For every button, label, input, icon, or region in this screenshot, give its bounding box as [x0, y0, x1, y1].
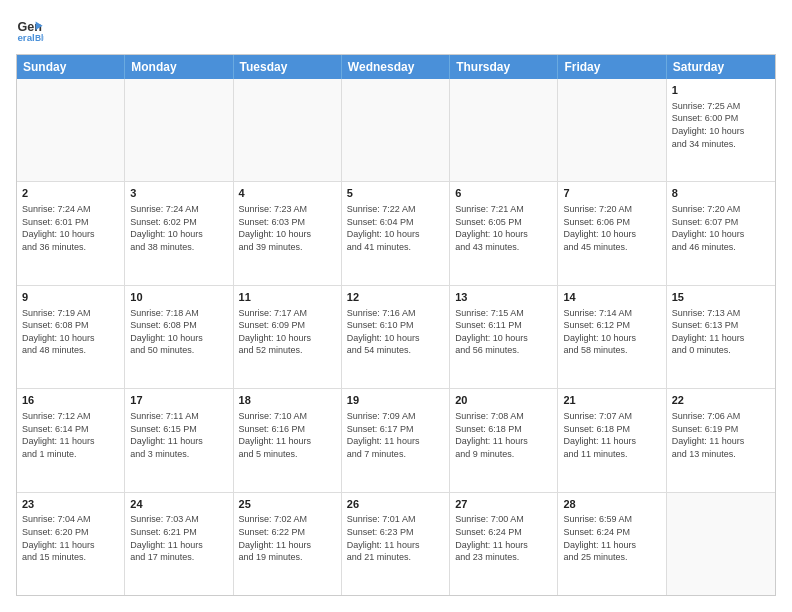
weekday-header: Saturday	[667, 55, 775, 79]
day-number: 21	[563, 393, 660, 408]
day-number: 11	[239, 290, 336, 305]
day-info: Sunrise: 7:19 AM Sunset: 6:08 PM Dayligh…	[22, 307, 119, 357]
calendar-cell: 12Sunrise: 7:16 AM Sunset: 6:10 PM Dayli…	[342, 286, 450, 388]
weekday-header: Monday	[125, 55, 233, 79]
day-info: Sunrise: 7:22 AM Sunset: 6:04 PM Dayligh…	[347, 203, 444, 253]
day-info: Sunrise: 7:02 AM Sunset: 6:22 PM Dayligh…	[239, 513, 336, 563]
day-number: 20	[455, 393, 552, 408]
day-number: 3	[130, 186, 227, 201]
calendar-cell: 8Sunrise: 7:20 AM Sunset: 6:07 PM Daylig…	[667, 182, 775, 284]
calendar-cell: 27Sunrise: 7:00 AM Sunset: 6:24 PM Dayli…	[450, 493, 558, 595]
calendar-cell: 6Sunrise: 7:21 AM Sunset: 6:05 PM Daylig…	[450, 182, 558, 284]
calendar-cell: 24Sunrise: 7:03 AM Sunset: 6:21 PM Dayli…	[125, 493, 233, 595]
weekday-header: Tuesday	[234, 55, 342, 79]
calendar-row: 1Sunrise: 7:25 AM Sunset: 6:00 PM Daylig…	[17, 79, 775, 182]
day-number: 25	[239, 497, 336, 512]
day-number: 6	[455, 186, 552, 201]
day-number: 8	[672, 186, 770, 201]
logo-icon: Gen eral Blue	[16, 16, 44, 44]
svg-text:eral: eral	[17, 32, 35, 43]
calendar-cell: 7Sunrise: 7:20 AM Sunset: 6:06 PM Daylig…	[558, 182, 666, 284]
calendar-cell: 9Sunrise: 7:19 AM Sunset: 6:08 PM Daylig…	[17, 286, 125, 388]
day-info: Sunrise: 7:14 AM Sunset: 6:12 PM Dayligh…	[563, 307, 660, 357]
day-info: Sunrise: 7:07 AM Sunset: 6:18 PM Dayligh…	[563, 410, 660, 460]
day-number: 27	[455, 497, 552, 512]
day-info: Sunrise: 6:59 AM Sunset: 6:24 PM Dayligh…	[563, 513, 660, 563]
weekday-header: Thursday	[450, 55, 558, 79]
logo: Gen eral Blue	[16, 16, 48, 44]
calendar-cell: 19Sunrise: 7:09 AM Sunset: 6:17 PM Dayli…	[342, 389, 450, 491]
day-info: Sunrise: 7:00 AM Sunset: 6:24 PM Dayligh…	[455, 513, 552, 563]
day-number: 7	[563, 186, 660, 201]
day-info: Sunrise: 7:06 AM Sunset: 6:19 PM Dayligh…	[672, 410, 770, 460]
calendar-header: SundayMondayTuesdayWednesdayThursdayFrid…	[17, 55, 775, 79]
calendar-cell: 17Sunrise: 7:11 AM Sunset: 6:15 PM Dayli…	[125, 389, 233, 491]
calendar-row: 2Sunrise: 7:24 AM Sunset: 6:01 PM Daylig…	[17, 182, 775, 285]
calendar-cell: 20Sunrise: 7:08 AM Sunset: 6:18 PM Dayli…	[450, 389, 558, 491]
calendar: SundayMondayTuesdayWednesdayThursdayFrid…	[16, 54, 776, 596]
calendar-cell: 25Sunrise: 7:02 AM Sunset: 6:22 PM Dayli…	[234, 493, 342, 595]
calendar-cell	[17, 79, 125, 181]
day-info: Sunrise: 7:04 AM Sunset: 6:20 PM Dayligh…	[22, 513, 119, 563]
day-info: Sunrise: 7:20 AM Sunset: 6:07 PM Dayligh…	[672, 203, 770, 253]
calendar-body: 1Sunrise: 7:25 AM Sunset: 6:00 PM Daylig…	[17, 79, 775, 595]
day-number: 1	[672, 83, 770, 98]
calendar-cell	[558, 79, 666, 181]
day-info: Sunrise: 7:13 AM Sunset: 6:13 PM Dayligh…	[672, 307, 770, 357]
calendar-cell	[342, 79, 450, 181]
calendar-cell: 4Sunrise: 7:23 AM Sunset: 6:03 PM Daylig…	[234, 182, 342, 284]
calendar-cell	[667, 493, 775, 595]
calendar-cell: 2Sunrise: 7:24 AM Sunset: 6:01 PM Daylig…	[17, 182, 125, 284]
day-number: 12	[347, 290, 444, 305]
day-number: 19	[347, 393, 444, 408]
calendar-cell: 5Sunrise: 7:22 AM Sunset: 6:04 PM Daylig…	[342, 182, 450, 284]
calendar-row: 23Sunrise: 7:04 AM Sunset: 6:20 PM Dayli…	[17, 493, 775, 595]
calendar-cell	[450, 79, 558, 181]
weekday-header: Wednesday	[342, 55, 450, 79]
calendar-row: 9Sunrise: 7:19 AM Sunset: 6:08 PM Daylig…	[17, 286, 775, 389]
day-number: 9	[22, 290, 119, 305]
calendar-cell: 16Sunrise: 7:12 AM Sunset: 6:14 PM Dayli…	[17, 389, 125, 491]
day-number: 13	[455, 290, 552, 305]
day-number: 22	[672, 393, 770, 408]
day-info: Sunrise: 7:16 AM Sunset: 6:10 PM Dayligh…	[347, 307, 444, 357]
day-info: Sunrise: 7:18 AM Sunset: 6:08 PM Dayligh…	[130, 307, 227, 357]
day-info: Sunrise: 7:17 AM Sunset: 6:09 PM Dayligh…	[239, 307, 336, 357]
calendar-page: Gen eral Blue SundayMondayTuesdayWednesd…	[0, 0, 792, 612]
day-number: 4	[239, 186, 336, 201]
day-info: Sunrise: 7:08 AM Sunset: 6:18 PM Dayligh…	[455, 410, 552, 460]
day-info: Sunrise: 7:24 AM Sunset: 6:01 PM Dayligh…	[22, 203, 119, 253]
calendar-cell	[234, 79, 342, 181]
calendar-cell: 18Sunrise: 7:10 AM Sunset: 6:16 PM Dayli…	[234, 389, 342, 491]
calendar-cell: 3Sunrise: 7:24 AM Sunset: 6:02 PM Daylig…	[125, 182, 233, 284]
calendar-cell: 1Sunrise: 7:25 AM Sunset: 6:00 PM Daylig…	[667, 79, 775, 181]
day-number: 17	[130, 393, 227, 408]
day-number: 16	[22, 393, 119, 408]
calendar-cell: 21Sunrise: 7:07 AM Sunset: 6:18 PM Dayli…	[558, 389, 666, 491]
day-number: 18	[239, 393, 336, 408]
calendar-cell: 13Sunrise: 7:15 AM Sunset: 6:11 PM Dayli…	[450, 286, 558, 388]
calendar-cell: 10Sunrise: 7:18 AM Sunset: 6:08 PM Dayli…	[125, 286, 233, 388]
calendar-cell: 15Sunrise: 7:13 AM Sunset: 6:13 PM Dayli…	[667, 286, 775, 388]
day-number: 10	[130, 290, 227, 305]
day-number: 24	[130, 497, 227, 512]
calendar-cell: 23Sunrise: 7:04 AM Sunset: 6:20 PM Dayli…	[17, 493, 125, 595]
day-number: 5	[347, 186, 444, 201]
day-info: Sunrise: 7:24 AM Sunset: 6:02 PM Dayligh…	[130, 203, 227, 253]
day-info: Sunrise: 7:12 AM Sunset: 6:14 PM Dayligh…	[22, 410, 119, 460]
day-number: 26	[347, 497, 444, 512]
day-number: 2	[22, 186, 119, 201]
calendar-row: 16Sunrise: 7:12 AM Sunset: 6:14 PM Dayli…	[17, 389, 775, 492]
calendar-cell: 28Sunrise: 6:59 AM Sunset: 6:24 PM Dayli…	[558, 493, 666, 595]
calendar-cell: 26Sunrise: 7:01 AM Sunset: 6:23 PM Dayli…	[342, 493, 450, 595]
day-info: Sunrise: 7:23 AM Sunset: 6:03 PM Dayligh…	[239, 203, 336, 253]
calendar-cell: 11Sunrise: 7:17 AM Sunset: 6:09 PM Dayli…	[234, 286, 342, 388]
day-info: Sunrise: 7:03 AM Sunset: 6:21 PM Dayligh…	[130, 513, 227, 563]
page-header: Gen eral Blue	[16, 16, 776, 44]
day-info: Sunrise: 7:01 AM Sunset: 6:23 PM Dayligh…	[347, 513, 444, 563]
day-info: Sunrise: 7:25 AM Sunset: 6:00 PM Dayligh…	[672, 100, 770, 150]
calendar-cell	[125, 79, 233, 181]
calendar-cell: 22Sunrise: 7:06 AM Sunset: 6:19 PM Dayli…	[667, 389, 775, 491]
day-info: Sunrise: 7:21 AM Sunset: 6:05 PM Dayligh…	[455, 203, 552, 253]
day-info: Sunrise: 7:11 AM Sunset: 6:15 PM Dayligh…	[130, 410, 227, 460]
